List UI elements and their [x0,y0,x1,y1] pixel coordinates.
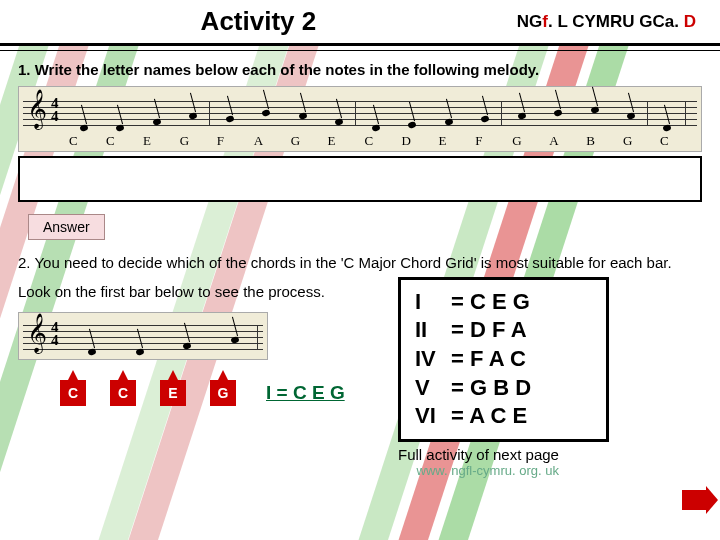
chord-grid: I = C E GII = D F AIV = F A CV = G B DVI… [398,277,609,442]
treble-clef-icon: 𝄞 [27,314,47,353]
question-2-prompt: 2. You need to decide which of the chord… [18,254,702,273]
footer-text: Full activity of next page [398,446,609,463]
answer-button[interactable]: Answer [28,214,105,240]
note-tags-row: CCEG [18,380,236,406]
page-title: Activity 2 [0,6,517,37]
question-1-prompt: 1. Write the letter names below each of … [18,61,702,78]
chord-equation: I = C E G [266,382,345,406]
next-page-arrow-icon[interactable] [682,490,706,510]
bar-staff: 𝄞 44 [18,312,268,360]
note-tag: C [60,380,86,406]
note-tag: E [160,380,186,406]
logo: NGf. L CYMRU GCa. D [517,12,696,32]
time-signature: 44 [51,97,59,123]
note-tag: G [210,380,236,406]
answer-input-box[interactable] [18,156,702,202]
footer-url: www. ngfl-cymru. org. uk [398,463,609,478]
question-2-hint: Look on the first bar below to see the p… [18,283,378,300]
note-tag: C [110,380,136,406]
note-letter-row: CCEGFAGECDEFGABGC [23,133,697,149]
time-signature: 44 [51,321,59,347]
melody-staff: 𝄞 44 CCEGFAGECDEFGABGC [18,86,702,152]
treble-clef-icon: 𝄞 [27,90,47,129]
